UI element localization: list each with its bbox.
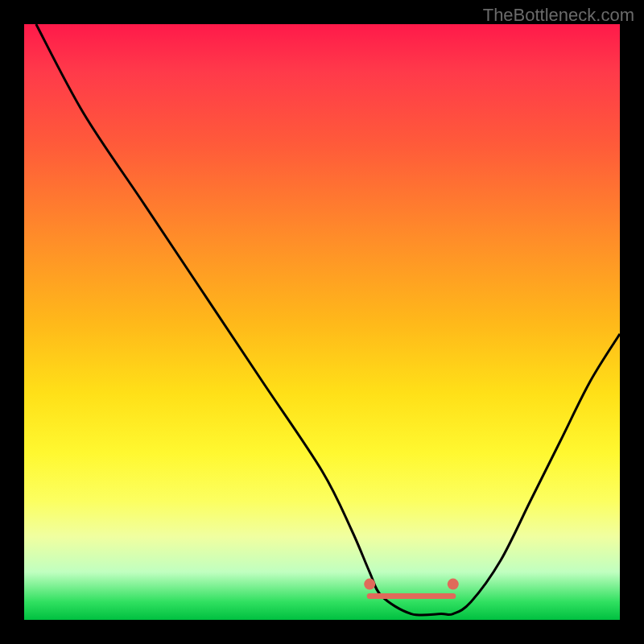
chart-svg (24, 24, 620, 620)
chart-plot-area (24, 24, 620, 620)
endpoint-dots (364, 579, 459, 590)
watermark-text: TheBottleneck.com (483, 5, 634, 26)
endpoint-dot (364, 579, 375, 590)
endpoint-dot (448, 579, 459, 590)
bottleneck-curve (36, 24, 620, 615)
